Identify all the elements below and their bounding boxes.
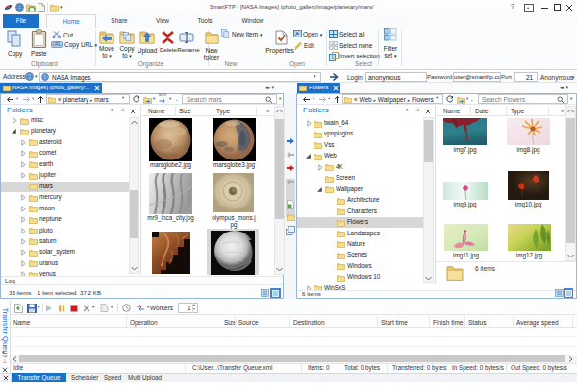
svg-text:URL: URL [52,42,61,47]
